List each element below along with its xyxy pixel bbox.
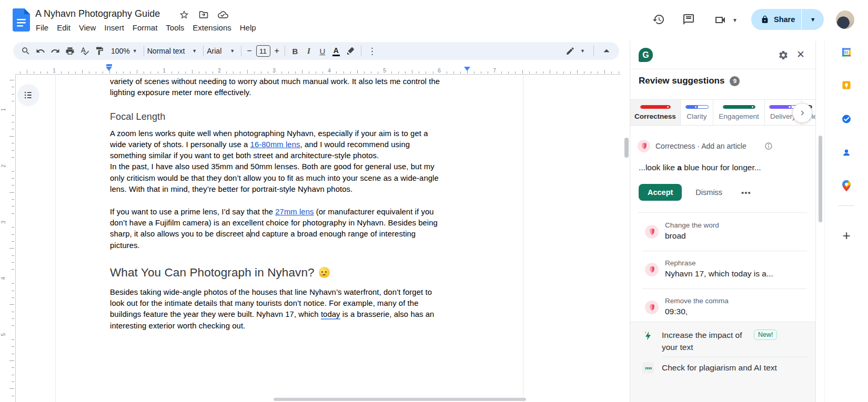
suggestion-item-value: 09:30, [665,307,688,316]
google-tasks-icon[interactable] [842,114,852,124]
tab-correctness[interactable]: Correctness [630,100,681,125]
video-call-caret-icon[interactable]: ▼ [732,17,738,23]
left-indent-marker[interactable] [106,67,112,71]
menu-bar: FileEditViewInsertFormatToolsExtensionsH… [32,22,260,34]
move-folder-icon[interactable] [198,9,209,20]
hyperlink[interactable]: 27mm lens [275,208,314,216]
google-keep-icon[interactable] [842,80,851,90]
menu-tools[interactable]: Tools [162,22,188,34]
tab-engagement[interactable]: Engagement [713,100,765,125]
suggestion-item[interactable]: Remove the comma09:30, [630,288,815,326]
suggestion-item-title: Change the word [665,221,719,229]
menu-format[interactable]: Format [128,22,162,34]
right-indent-marker[interactable] [464,67,470,71]
show-document-outline-button[interactable] [17,84,39,106]
search-menus-icon[interactable] [18,44,33,58]
text-run: is a brasserie, also has an [340,310,435,318]
suggestion-category-row: Correctness · Add an article [638,140,746,152]
document-title[interactable]: A Nyhavn Photography Guide [35,8,160,19]
font-select[interactable]: Arial [207,47,221,55]
panel-footer: Increase the impact of your text New! ””… [630,322,815,402]
bold-button[interactable]: B [288,47,302,56]
vertical-ruler[interactable]: 12345 [0,75,16,402]
suggestion-item-title: Remove the comma [665,297,729,305]
grammarly-header: G ✕ [630,41,815,69]
tabs-scroll-next-button[interactable] [792,103,812,123]
panel-scrollbar[interactable] [819,136,822,222]
share-caret-icon[interactable]: ▼ [802,16,824,23]
more-options-button[interactable]: ⋮ [365,46,380,57]
version-history-icon[interactable] [652,13,665,26]
text-run: wide variety of shots. I personally use … [110,140,250,149]
horizontal-ruler[interactable]: 11234567 [0,64,621,75]
editing-mode-pen-icon[interactable] [563,44,578,58]
underline-button[interactable]: U [316,47,329,56]
zoom-caret-icon[interactable]: ▼ [133,48,137,54]
info-icon[interactable] [764,142,773,150]
correctness-shield-icon [645,225,659,239]
menu-help[interactable]: Help [236,22,260,34]
font-caret-icon[interactable]: ▼ [230,48,235,54]
text-run: A zoom lens works quite well when photog… [110,129,428,138]
document-vertical-scrollbar[interactable] [624,138,629,158]
google-maps-icon[interactable] [842,180,851,191]
get-addons-plus-icon[interactable]: + [842,230,850,241]
google-contacts-icon[interactable] [842,148,851,157]
menu-extensions[interactable]: Extensions [188,22,235,34]
cloud-saved-icon[interactable] [218,9,228,20]
italic-button[interactable]: I [302,47,316,56]
text-run: nd capture a broad enough range of inter… [251,230,416,238]
zoom-select[interactable]: 100% [111,47,130,55]
google-docs-logo-icon[interactable] [13,8,30,32]
first-line-indent-marker[interactable] [106,64,112,66]
text-run: (or manufacturer equivalent if you [314,208,434,216]
increase-impact-row[interactable]: Increase the impact of your text New! [630,326,815,357]
plagiarism-check-row[interactable]: ”” Check for plagiarism and AI text [630,357,815,380]
suggestion-item[interactable]: Change the wordbroad [630,213,815,251]
plagiarism-label: Check for plagiarism and AI text [662,363,777,373]
text-color-button[interactable]: A [329,46,343,56]
undo-icon[interactable] [33,44,48,58]
spell-check-icon[interactable] [77,44,92,58]
menu-view[interactable]: View [75,22,100,34]
comments-icon[interactable] [682,13,695,26]
dismiss-button[interactable]: Dismiss [695,188,722,197]
font-size-decrease-button[interactable]: − [245,46,254,56]
tab-clarity[interactable]: Clarity [681,100,713,125]
hyperlink[interactable]: 16-80mm lens [250,140,300,149]
highlighted-word[interactable]: today [321,310,340,319]
lightning-icon [643,331,653,341]
account-avatar[interactable] [836,11,854,29]
settings-gear-icon[interactable] [778,50,789,60]
share-button[interactable]: Share ▼ [751,9,824,30]
styles-caret-icon[interactable]: ▼ [192,48,197,54]
document-horizontal-scrollbar[interactable] [274,398,526,401]
paint-format-icon[interactable] [92,44,107,58]
menu-edit[interactable]: Edit [53,22,75,34]
share-label: Share [774,15,795,24]
document-page[interactable]: variety of scenes without needing to wor… [55,75,523,402]
close-panel-icon[interactable]: ✕ [796,49,805,60]
font-size-input[interactable]: 11 [256,45,270,57]
text-run: look out for the intimate details that m… [110,299,418,307]
highlight-color-icon[interactable] [343,44,358,58]
document-text[interactable]: variety of scenes without needing to wor… [110,76,473,332]
styles-select[interactable]: Normal text [147,47,185,55]
menu-insert[interactable]: Insert [100,22,128,34]
star-icon[interactable] [179,9,189,20]
suggestion-sentence: ...look like a blue hour for longer... [639,163,761,172]
suggestion-item[interactable]: RephraseNyhavn 17, which today is a... [630,251,815,288]
google-calendar-icon[interactable]: 31 [842,47,852,57]
accept-button[interactable]: Accept [639,184,682,201]
collapse-toolbar-icon[interactable] [599,44,614,58]
font-size-increase-button[interactable]: + [272,46,281,56]
editing-mode-caret-icon[interactable]: ▼ [580,48,585,54]
video-call-icon[interactable] [714,14,726,26]
print-icon[interactable] [63,44,77,58]
paragraph: If you want to use a prime lens, I’d say… [110,207,473,251]
redo-icon[interactable] [48,44,63,58]
menu-file[interactable]: File [32,22,53,34]
more-actions-button[interactable]: ••• [741,188,751,197]
svg-text:31: 31 [844,50,848,55]
suggestions-count-badge: 9 [730,76,740,86]
